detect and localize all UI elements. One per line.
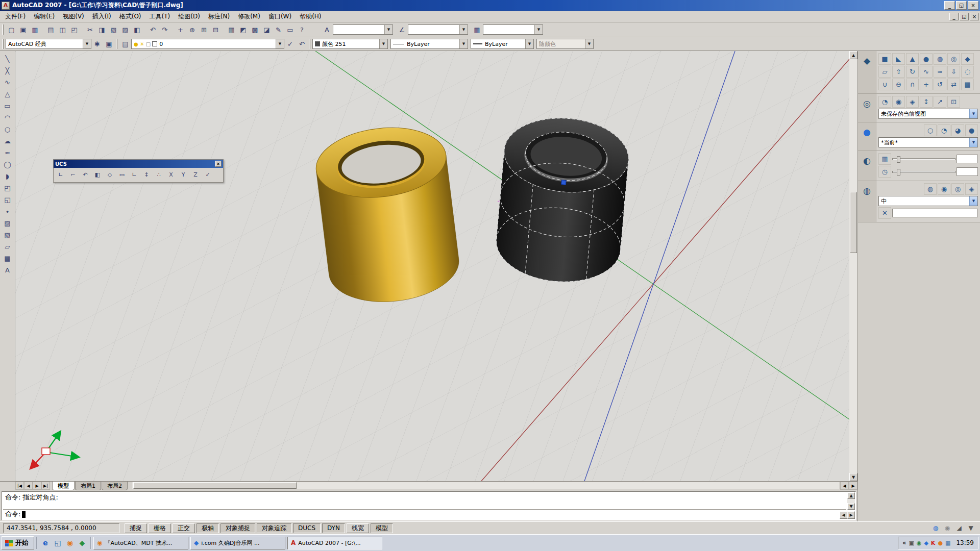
lineweight-combo[interactable]: ByLayer ▼ [471,39,534,49]
polysolid-icon[interactable]: ▱ [878,66,891,78]
match-properties-icon[interactable]: ▨ [119,24,131,36]
apply-material-icon[interactable]: ◉ [938,183,950,195]
dim-style-combo[interactable]: ∠ [396,24,408,36]
visual-style-combo[interactable]: *当前* ▼ [878,137,978,147]
wedge-icon[interactable]: ◣ [892,53,905,65]
brightness-value-field[interactable] [957,155,978,163]
style-combo[interactable]: ▼ [483,24,543,35]
constrained-orbit-icon[interactable]: ◔ [878,96,891,108]
designcenter-icon[interactable]: ◩ [237,24,249,36]
chevron-down-icon[interactable]: ▼ [83,39,91,48]
hscroll-thumb[interactable] [133,482,297,489]
cut-icon[interactable]: ✂ [84,24,96,36]
grip-point[interactable] [561,180,566,185]
DUCS[interactable]: DUCS [293,523,321,533]
ucs-toolbar-titlebar[interactable]: UCS × [54,160,223,168]
tab-nav-icon[interactable]: ▶| [41,482,50,490]
status-menu-icon[interactable]: ◢ [954,523,964,533]
loft-icon[interactable]: ≈ [934,66,946,78]
child-restore-button[interactable]: ◱ [960,13,969,20]
extrude-icon[interactable]: ⇧ [892,66,905,78]
animation-icon[interactable]: ⊡ [947,96,960,108]
ucs-object-icon[interactable]: ◇ [104,169,116,180]
restore-button[interactable]: ◱ [956,1,967,10]
help-icon[interactable]: ? [296,24,308,36]
workspace-save-icon[interactable]: ▣ [103,38,115,50]
printer-tray-icon[interactable]: ▣ [909,540,914,546]
table-style-combo[interactable]: ▦ [471,24,483,36]
new-icon[interactable]: ▢ [6,24,17,36]
ucs-view-icon[interactable]: ▭ [116,169,128,180]
rectangle-icon[interactable]: ▭ [2,100,13,112]
pan-icon[interactable]: + [175,24,186,36]
contrast-slider[interactable] [892,171,955,173]
tab-nav-icon[interactable]: ◀ [24,482,33,490]
clear-material-icon[interactable]: ✕ [878,207,891,219]
vscroll-thumb[interactable] [850,192,857,253]
menu-item[interactable]: 视图(V) [59,11,88,22]
close-icon[interactable]: × [215,161,222,167]
mtext-icon[interactable]: A [2,264,13,276]
show-desktop-icon[interactable]: ◱ [52,537,64,549]
modeling-panel-icon[interactable]: ◆ [861,54,874,67]
coordinates-readout[interactable]: 447.3541, 935.7584 , 0.0000 [3,523,119,533]
viewport-vscrollbar[interactable]: ▲ ▼ [849,51,857,481]
table-icon[interactable]: ▦ [2,253,13,264]
clean-screen-icon[interactable]: ▼ [966,523,976,533]
极轴[interactable]: 极轴 [197,523,219,533]
style-combo[interactable]: ▼ [333,24,393,35]
navigate-panel-icon[interactable]: ◎ [861,97,874,110]
tool-palettes-icon[interactable]: ▩ [249,24,261,36]
copy-icon[interactable]: ◨ [96,24,108,36]
minimize-button[interactable]: _ [944,1,955,10]
text-style-combo[interactable]: A [321,24,333,36]
chevron-down-icon[interactable]: ▼ [276,39,284,48]
3d-hidden-icon[interactable]: ◕ [951,124,964,136]
chevron-down-icon[interactable]: ▼ [525,39,533,48]
undo-icon[interactable]: ↶ [147,24,159,36]
对象捕捉[interactable]: 对象捕捉 [220,523,255,533]
toolbar-lock-icon[interactable]: ◉ [942,523,952,533]
free-orbit-icon[interactable]: ◉ [892,96,905,108]
fly-icon[interactable]: ↗ [934,96,946,108]
contrast-value-field[interactable] [957,167,978,176]
menu-item[interactable]: 窗口(W) [264,11,296,22]
gradient-icon[interactable]: ▧ [2,229,13,241]
torus-icon[interactable]: ◎ [947,53,960,65]
command-input[interactable]: 命令: [3,509,835,519]
scroll-up-icon[interactable]: ▲ [847,492,855,499]
ie-icon[interactable]: e [39,537,52,549]
save-icon[interactable]: ▥ [29,24,41,36]
drawing-canvas[interactable] [15,51,849,481]
zoom-window-icon[interactable]: ⊞ [198,24,210,36]
command-hscrollbar[interactable]: ◀ ▶ [840,511,855,519]
tab-nav-icon[interactable]: ▶ [33,482,41,490]
chevron-down-icon[interactable]: ▼ [969,109,977,118]
plot-preview-icon[interactable]: ◫ [57,24,68,36]
style-combo[interactable]: ▼ [408,24,468,35]
material-field[interactable] [892,209,978,217]
ellipse-arc-icon[interactable]: ◗ [2,170,13,182]
3d-align-icon[interactable]: ⇄ [947,79,960,90]
3d-wireframe-icon[interactable]: ◔ [938,124,950,136]
construction-line-icon[interactable]: ╳ [2,65,13,77]
hatch-icon[interactable]: ▨ [2,217,13,229]
ucs-floating-toolbar[interactable]: UCS × ∟⌐↶◧◇▭∟↕∴XYZ✓ [53,159,224,183]
publish-icon[interactable]: ◰ [68,24,80,36]
chevron-down-icon[interactable]: ▼ [459,39,468,48]
visual-style-panel-icon[interactable]: ● [861,126,874,139]
3d-move-icon[interactable]: + [920,79,933,90]
layout-tab[interactable]: 布局2 [102,482,128,490]
sweep-icon[interactable]: ∿ [920,66,933,78]
zoom-realtime-icon[interactable]: ⊕ [186,24,198,36]
workspace-combo[interactable]: AutoCAD 经典▼ [6,39,91,49]
捕捉[interactable]: 捕捉 [125,523,147,533]
helix-icon[interactable]: ◌ [961,66,974,78]
workspace-settings-icon[interactable]: ✱ [91,38,103,50]
insert-block-icon[interactable]: ◰ [2,182,13,194]
subtract-icon[interactable]: ⊖ [892,79,905,90]
模型[interactable]: 模型 [371,523,393,533]
chevron-down-icon[interactable]: ▼ [534,25,543,34]
task-autocad-mdt[interactable]: ◉ 『AutoCAD、MDT 技术... [93,537,188,549]
circle-icon[interactable]: ○ [2,123,13,135]
